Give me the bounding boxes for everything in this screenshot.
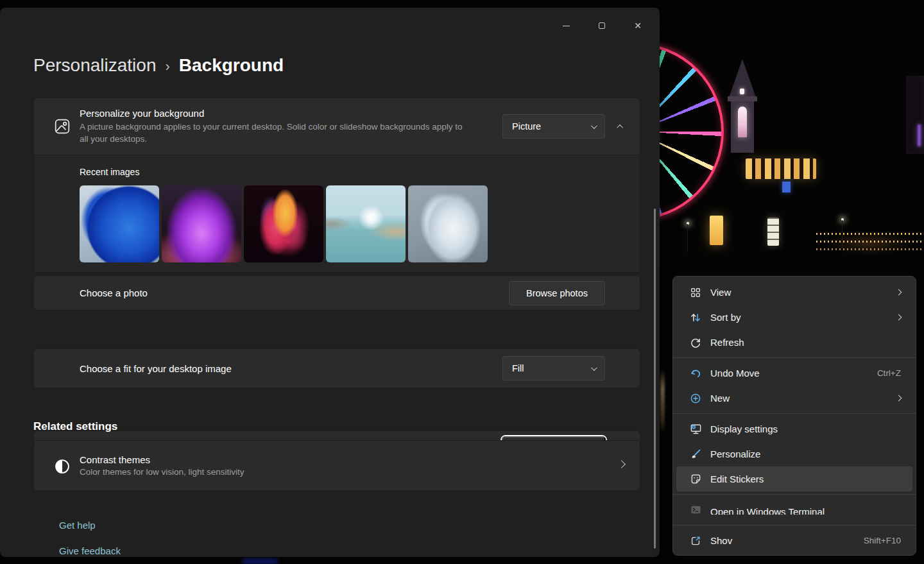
chevron-right-icon bbox=[896, 314, 902, 321]
view-grid-icon bbox=[689, 286, 702, 299]
tower-cornice bbox=[728, 96, 757, 101]
photo-icon bbox=[49, 114, 75, 139]
chevron-down-icon bbox=[591, 123, 597, 129]
menu-separator bbox=[673, 525, 916, 526]
related-settings-heading: Related settings bbox=[33, 420, 117, 433]
menu-item-new[interactable]: New bbox=[676, 386, 912, 411]
wallpaper-thumb-light-bloom-silver[interactable] bbox=[408, 185, 488, 262]
sort-arrows-icon bbox=[689, 311, 702, 324]
undo-icon bbox=[689, 367, 702, 380]
menu-item-personalize[interactable]: Personalize bbox=[676, 441, 912, 466]
menu-separator bbox=[673, 413, 916, 414]
recent-images-section: Recent images bbox=[34, 155, 640, 273]
desktop-blue-glow bbox=[243, 559, 278, 563]
contrast-title: Contrast themes bbox=[80, 454, 244, 465]
choose-fit-label: Choose a fit for your desktop image bbox=[80, 363, 232, 374]
desktop-context-menu: View Sort by Refresh Undo Move Ctrl+Z bbox=[672, 276, 916, 556]
right-building bbox=[906, 76, 924, 154]
menu-item-shortcut: Shift+F10 bbox=[864, 536, 901, 545]
personalize-background-text: Personalize your background A picture ba… bbox=[80, 108, 472, 145]
background-type-value: Picture bbox=[512, 121, 541, 132]
edit-stickers-icon bbox=[689, 473, 702, 486]
close-icon: ✕ bbox=[634, 21, 642, 31]
menu-item-sort-by[interactable]: Sort by bbox=[676, 305, 912, 330]
menu-item-edit-stickers[interactable]: Edit Stickers bbox=[676, 466, 912, 491]
background-type-dropdown[interactable]: Picture bbox=[502, 114, 605, 139]
recent-images-label: Recent images bbox=[80, 167, 139, 177]
contrast-description: Color themes for low vision, light sensi… bbox=[80, 467, 244, 477]
wallpaper-thumb-dark-glow-arc[interactable] bbox=[162, 185, 241, 262]
chevron-right-icon bbox=[617, 460, 626, 468]
purple-neon-light bbox=[918, 124, 921, 146]
minimize-icon bbox=[563, 26, 570, 26]
chevron-up-icon bbox=[617, 124, 623, 130]
personalize-background-header[interactable]: Personalize your background A picture ba… bbox=[34, 98, 640, 155]
menu-item-display-settings[interactable]: Display settings bbox=[676, 416, 912, 441]
wallpaper-thumb-windows-bloom-blue[interactable] bbox=[80, 185, 159, 262]
close-button[interactable]: ✕ bbox=[626, 15, 649, 36]
string-lights bbox=[816, 248, 924, 250]
minimize-button[interactable] bbox=[554, 15, 578, 36]
menu-item-shortcut: Ctrl+Z bbox=[877, 368, 901, 378]
maximize-icon bbox=[599, 22, 605, 29]
menu-item-show-more-options[interactable]: Shov Shift+F10 bbox=[676, 528, 912, 553]
give-feedback-link[interactable]: Give feedback bbox=[59, 545, 121, 556]
show-more-options-icon bbox=[689, 534, 702, 547]
menu-item-label: Undo Move bbox=[710, 368, 760, 379]
menu-item-label: Shov bbox=[710, 535, 732, 546]
string-lights bbox=[816, 241, 924, 243]
chevron-right-icon bbox=[896, 395, 902, 402]
menu-item-label: Edit Stickers bbox=[710, 474, 764, 484]
page-title: Background bbox=[179, 55, 284, 76]
fit-dropdown-value: Fill bbox=[512, 363, 524, 373]
browse-photos-button[interactable]: Browse photos bbox=[509, 281, 605, 305]
menu-item-label: Personalize bbox=[710, 449, 760, 459]
string-lights bbox=[816, 233, 924, 235]
water-reflection bbox=[660, 369, 665, 433]
display-settings-icon bbox=[689, 423, 702, 436]
windows-terminal-icon bbox=[689, 504, 702, 517]
breadcrumb-personalization[interactable]: Personalization bbox=[33, 55, 156, 76]
blue-window bbox=[782, 182, 791, 192]
menu-item-label: New bbox=[710, 393, 730, 404]
breadcrumb-separator-icon: › bbox=[165, 56, 169, 75]
chevron-down-icon bbox=[591, 364, 597, 371]
choose-photo-label: Choose a photo bbox=[80, 287, 148, 298]
vertical-scrollbar[interactable] bbox=[654, 209, 656, 549]
choose-fit-row: Choose a fit for your desktop image Fill bbox=[33, 348, 640, 388]
card-title: Personalize your background bbox=[80, 108, 472, 119]
menu-item-label: Sort by bbox=[710, 312, 741, 323]
refresh-icon bbox=[689, 336, 702, 349]
lamp-pole bbox=[687, 224, 688, 252]
new-plus-icon bbox=[689, 392, 702, 405]
expander-collapse-button[interactable] bbox=[612, 117, 629, 135]
maximize-button[interactable] bbox=[590, 15, 613, 36]
menu-item-undo-move[interactable]: Undo Move Ctrl+Z bbox=[676, 361, 912, 386]
wallpaper-thumb-abstract-flower-dark[interactable] bbox=[244, 185, 323, 262]
tower-window bbox=[738, 107, 747, 137]
window-controls: ✕ bbox=[554, 15, 649, 36]
menu-separator bbox=[673, 357, 916, 358]
chevron-right-icon bbox=[896, 289, 902, 296]
menu-item-label: Refresh bbox=[710, 337, 744, 348]
contrast-text: Contrast themes Color themes for low vis… bbox=[80, 454, 244, 477]
yellow-lit-window bbox=[710, 216, 723, 245]
personalize-brush-icon bbox=[689, 448, 702, 461]
wallpaper-thumb-calm-river-sunrise[interactable] bbox=[326, 185, 406, 262]
spire-light bbox=[740, 89, 744, 94]
get-help-link[interactable]: Get help bbox=[59, 520, 96, 531]
menu-item-label: Open in Windows Terminal bbox=[710, 506, 825, 515]
menu-item-open-in-windows-terminal[interactable]: Open in Windows Terminal bbox=[676, 497, 912, 522]
contrast-icon bbox=[51, 455, 74, 478]
settings-window: ✕ Personalization › Background Personali… bbox=[0, 8, 660, 557]
contrast-themes-row[interactable]: Contrast themes Color themes for low vis… bbox=[33, 440, 640, 491]
fit-dropdown[interactable]: Fill bbox=[502, 356, 605, 380]
menu-item-view[interactable]: View bbox=[676, 280, 912, 305]
recent-images-list bbox=[80, 185, 488, 262]
white-lit-window bbox=[767, 218, 779, 246]
menu-item-label: Display settings bbox=[710, 423, 778, 434]
card-description: A picture background applies to your cur… bbox=[80, 121, 472, 145]
menu-separator bbox=[673, 494, 916, 495]
menu-item-refresh[interactable]: Refresh bbox=[676, 330, 912, 355]
personalize-background-card: Personalize your background A picture ba… bbox=[33, 98, 640, 273]
